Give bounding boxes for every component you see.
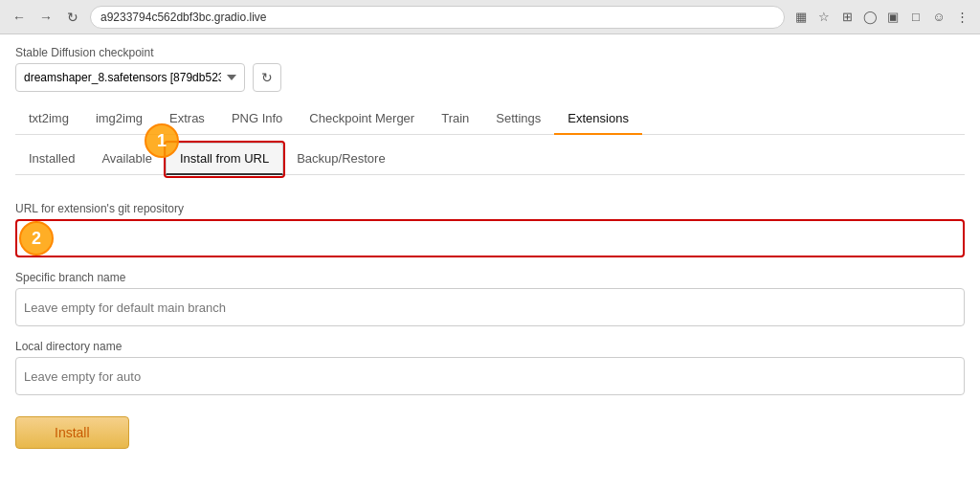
- menu-icon: ⋮: [953, 9, 970, 26]
- install-url-tab-wrapper: 1 Install from URL: [166, 143, 283, 174]
- url-field-wrapper: 2: [15, 219, 965, 257]
- checkpoint-controls: dreamshaper_8.safetensors [879db523c3] ↻: [15, 63, 965, 92]
- extension-icon: ⊞: [838, 9, 856, 26]
- forward-button[interactable]: →: [36, 8, 56, 27]
- tab-train[interactable]: Train: [428, 103, 482, 135]
- tab-txt2img[interactable]: txt2img: [15, 103, 82, 135]
- screen-share-icon: ▦: [792, 9, 810, 26]
- sub-tab-backup-restore[interactable]: Backup/Restore: [283, 143, 399, 175]
- url-input[interactable]: [15, 219, 965, 257]
- dir-input[interactable]: [15, 357, 965, 395]
- bookmark-icon: ☆: [815, 9, 833, 26]
- account-icon: ☺: [930, 9, 947, 26]
- browser-toolbar: ▦ ☆ ⊞ ◯ ▣ □ ☺ ⋮: [792, 9, 970, 26]
- dir-field-group: Local directory name: [15, 340, 965, 395]
- profile-icon: ◯: [861, 9, 879, 26]
- tab-settings[interactable]: Settings: [482, 103, 554, 135]
- browser-chrome: ← → ↻ a9233794c562dbf3bc.gradio.live ▦ ☆…: [0, 0, 980, 34]
- back-button[interactable]: ←: [10, 8, 29, 27]
- checkpoint-refresh-button[interactable]: ↻: [253, 63, 281, 92]
- checkpoint-section: Stable Diffusion checkpoint dreamshaper_…: [15, 46, 965, 92]
- dir-field-label: Local directory name: [15, 340, 965, 353]
- install-button[interactable]: Install: [15, 416, 129, 449]
- sub-tabs-wrapper: Installed Available 1 Install from URL B…: [15, 143, 965, 175]
- tab-checkpoint-merger[interactable]: Checkpoint Merger: [296, 103, 428, 135]
- branch-input[interactable]: [15, 288, 965, 326]
- url-bar[interactable]: a9233794c562dbf3bc.gradio.live: [90, 6, 785, 29]
- tab-pnginfo[interactable]: PNG Info: [218, 103, 296, 135]
- app-container: Stable Diffusion checkpoint dreamshaper_…: [0, 34, 980, 490]
- reload-button[interactable]: ↻: [63, 8, 82, 27]
- pdf-icon: ▣: [884, 9, 902, 26]
- checkpoint-select[interactable]: dreamshaper_8.safetensors [879db523c3]: [15, 63, 245, 92]
- url-field-group: URL for extension's git repository 2: [15, 202, 965, 257]
- sub-tab-available[interactable]: Available: [88, 143, 166, 175]
- main-tabs: txt2img img2img Extras PNG Info Checkpoi…: [15, 103, 965, 135]
- checkpoint-label: Stable Diffusion checkpoint: [15, 46, 965, 59]
- sub-tab-install-from-url[interactable]: Install from URL: [166, 143, 283, 175]
- content-area: URL for extension's git repository 2 Spe…: [15, 190, 965, 460]
- main-tabs-wrapper: txt2img img2img Extras PNG Info Checkpoi…: [15, 103, 965, 135]
- url-text: a9233794c562dbf3bc.gradio.live: [100, 11, 266, 24]
- extensions-list-icon: □: [907, 9, 924, 26]
- sub-tabs: Installed Available 1 Install from URL B…: [15, 143, 965, 175]
- branch-field-label: Specific branch name: [15, 271, 965, 284]
- sub-tab-installed[interactable]: Installed: [15, 143, 88, 175]
- url-field-label: URL for extension's git repository: [15, 202, 965, 215]
- tab-extras[interactable]: Extras: [156, 103, 218, 135]
- tab-extensions[interactable]: Extensions: [554, 103, 642, 135]
- tab-img2img[interactable]: img2img: [82, 103, 156, 135]
- branch-field-group: Specific branch name: [15, 271, 965, 326]
